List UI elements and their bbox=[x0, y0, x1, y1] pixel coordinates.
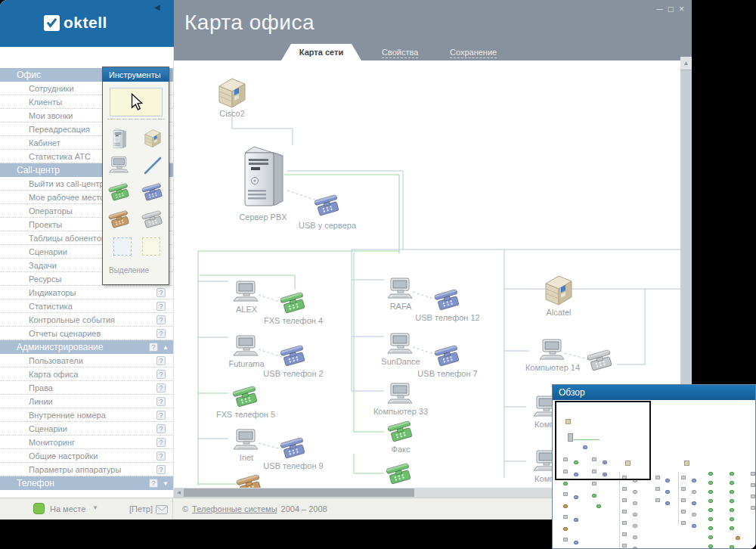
node-label: USB у сервера bbox=[299, 221, 356, 230]
pointer-tool[interactable] bbox=[110, 88, 163, 116]
map-node-pc[interactable] bbox=[538, 338, 567, 365]
sidebar-item[interactable]: Параметры аппаратуры? bbox=[0, 463, 173, 476]
selection-area-cream-tool[interactable] bbox=[142, 237, 160, 256]
scroll-up-icon[interactable]: ▲ bbox=[680, 57, 692, 70]
map-node-switch[interactable] bbox=[216, 74, 248, 113]
map-node-phone-green[interactable] bbox=[386, 463, 413, 488]
help-icon[interactable]: ? bbox=[156, 288, 166, 297]
node-label: USB телефон 9 bbox=[263, 461, 323, 470]
sidebar-item[interactable]: Общие настройки? bbox=[0, 449, 173, 463]
map-node-pc[interactable] bbox=[386, 332, 415, 359]
map-node-phone-gray[interactable] bbox=[587, 349, 614, 375]
help-icon[interactable]: ? bbox=[156, 370, 166, 379]
map-node-pc[interactable] bbox=[386, 382, 415, 409]
line-tool[interactable] bbox=[139, 154, 166, 177]
help-icon[interactable]: ? bbox=[156, 315, 166, 324]
chevron-up-icon[interactable]: ▲ bbox=[161, 344, 170, 351]
map-node-phone-blue[interactable] bbox=[280, 345, 307, 371]
sidebar-item[interactable]: Линии? bbox=[0, 395, 173, 408]
help-icon[interactable]: ? bbox=[156, 329, 166, 338]
overview-title[interactable]: Обзор bbox=[553, 385, 755, 400]
node-label: ALEX bbox=[236, 305, 257, 314]
minimap-viewport[interactable] bbox=[555, 401, 651, 480]
switch-tool[interactable] bbox=[139, 126, 166, 150]
tab-network-map[interactable]: Карта сети bbox=[281, 44, 361, 60]
switch-icon bbox=[216, 74, 248, 110]
horizontal-scrollbar-thumb[interactable] bbox=[184, 489, 414, 497]
map-node-phone-blue[interactable] bbox=[280, 437, 307, 463]
map-node-phone-blue[interactable] bbox=[314, 194, 341, 220]
pc-icon bbox=[386, 332, 415, 356]
help-icon[interactable]: ? bbox=[156, 397, 166, 406]
sidebar-item[interactable]: Права? bbox=[0, 381, 173, 395]
collapse-sidebar-icon[interactable]: ◀ bbox=[154, 3, 160, 11]
phone-icon bbox=[280, 292, 307, 315]
node-label: FXS телефон 5 bbox=[216, 410, 275, 419]
section-label: Администрирование bbox=[17, 342, 149, 352]
sidebar-item[interactable]: Пользователи? bbox=[0, 354, 173, 368]
help-icon[interactable]: ? bbox=[149, 343, 158, 352]
analog-phone-tool[interactable] bbox=[106, 208, 133, 231]
help-icon[interactable]: ? bbox=[156, 302, 166, 311]
sidebar-item[interactable]: Статистика? bbox=[0, 299, 173, 313]
tower-icon bbox=[108, 127, 131, 149]
presence-status-icon[interactable] bbox=[33, 503, 45, 514]
help-icon[interactable]: ? bbox=[156, 411, 166, 420]
tools-palette-title[interactable]: Инструменты bbox=[103, 67, 169, 82]
map-node-phone-green[interactable] bbox=[232, 386, 259, 411]
copyright-link[interactable]: Телефонные системы bbox=[192, 504, 277, 513]
presence-dropdown-icon[interactable]: ▼ bbox=[92, 504, 98, 511]
sidebar-item[interactable]: Индикаторы? bbox=[0, 286, 173, 299]
sidebar-item[interactable]: Контрольные события? bbox=[0, 313, 173, 327]
usb-phone-tool[interactable] bbox=[139, 181, 166, 204]
sidebar-item[interactable]: Мониторинг? bbox=[0, 436, 173, 449]
chevron-down-icon[interactable]: ▼ bbox=[161, 480, 170, 487]
node-label: Факс bbox=[392, 445, 411, 454]
computer-tool[interactable] bbox=[106, 154, 133, 177]
sidebar-item[interactable]: Сценарии? bbox=[0, 422, 173, 436]
oktell-logo: oktell bbox=[44, 14, 107, 32]
help-icon[interactable]: ? bbox=[156, 465, 166, 474]
sidebar-item-label: Пользователи bbox=[29, 356, 156, 365]
mail-icon[interactable] bbox=[156, 505, 168, 516]
close-icon[interactable]: × bbox=[679, 4, 684, 14]
help-icon[interactable]: ? bbox=[156, 356, 166, 365]
free-phone-tool[interactable] bbox=[139, 208, 166, 231]
switch-icon bbox=[543, 271, 575, 308]
map-node-tower[interactable] bbox=[239, 142, 287, 212]
server-tool[interactable] bbox=[106, 126, 133, 150]
sidebar-item[interactable]: Отчеты сценариев? bbox=[0, 327, 173, 340]
scroll-left-icon[interactable]: ◄ bbox=[174, 488, 184, 498]
help-icon[interactable]: ? bbox=[156, 451, 166, 461]
sidebar-item[interactable]: Внутренние номера? bbox=[0, 408, 173, 422]
map-node-phone-blue[interactable] bbox=[434, 289, 461, 315]
map-node-phone-blue[interactable] bbox=[434, 345, 461, 371]
help-icon[interactable]: ? bbox=[149, 479, 158, 488]
help-icon[interactable]: ? bbox=[156, 383, 166, 392]
help-icon[interactable]: ? bbox=[156, 424, 166, 433]
tab-save[interactable]: Сохранение bbox=[450, 48, 497, 57]
map-node-phone-green[interactable] bbox=[280, 292, 307, 318]
map-node-pc[interactable] bbox=[232, 428, 261, 455]
map-node-pc[interactable] bbox=[386, 277, 415, 304]
map-node-pc[interactable] bbox=[232, 334, 261, 361]
sidebar-section-header[interactable]: Администрирование?▲ bbox=[0, 340, 173, 354]
sidebar-section-header[interactable]: Телефон?▼ bbox=[0, 476, 173, 490]
map-node-switch[interactable] bbox=[543, 271, 575, 311]
minimize-icon[interactable]: ─ bbox=[656, 4, 663, 14]
map-node-phone-green[interactable] bbox=[387, 420, 414, 446]
fxs-phone-tool[interactable] bbox=[106, 181, 133, 204]
maximize-icon[interactable]: □ bbox=[668, 4, 674, 14]
help-icon[interactable]: ? bbox=[156, 438, 166, 447]
minimap-node bbox=[655, 476, 660, 479]
selection-area-blue-tool[interactable] bbox=[113, 237, 132, 256]
presence-label[interactable]: На месте bbox=[50, 504, 85, 513]
tab-properties[interactable]: Свойства bbox=[382, 48, 418, 57]
minimap-node bbox=[708, 535, 713, 539]
pc-icon bbox=[386, 382, 415, 406]
overview-minimap[interactable] bbox=[553, 400, 755, 548]
minimap-node bbox=[708, 508, 713, 512]
map-node-pc[interactable] bbox=[232, 280, 261, 307]
map-node-phone-orange[interactable] bbox=[236, 474, 263, 488]
sidebar-item[interactable]: Карта офиса? bbox=[0, 368, 173, 381]
